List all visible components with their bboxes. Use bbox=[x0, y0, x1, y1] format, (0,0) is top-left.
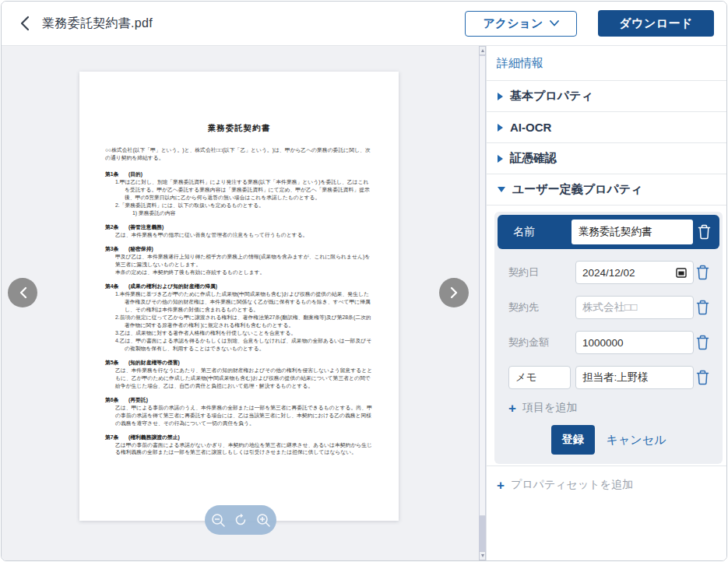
doc-paragraph: 3.乙は、成果物に対する著作者人格権の権利を行使しないことを合意する。 bbox=[115, 329, 373, 337]
delete-icon[interactable] bbox=[694, 333, 711, 352]
chevron-down-icon bbox=[498, 187, 505, 192]
doc-paragraph: 1) 業務委託の内容 bbox=[132, 209, 373, 217]
register-button[interactable]: 登録 bbox=[551, 425, 595, 455]
cancel-link[interactable]: キャンセル bbox=[607, 433, 666, 448]
delete-icon[interactable] bbox=[695, 223, 712, 241]
chevron-down-icon bbox=[550, 20, 559, 26]
delete-icon[interactable] bbox=[694, 298, 711, 317]
delete-icon[interactable] bbox=[694, 263, 711, 282]
page-title: 業務委託契約書.pdf bbox=[42, 16, 153, 32]
doc-article: 第5条(知的財産権等の侵害) 乙は、本件業務を行なうにあたり、第三者の知的財産権… bbox=[105, 359, 373, 390]
chevron-right-icon bbox=[498, 155, 503, 163]
contract-date-label: 契約日 bbox=[508, 265, 575, 279]
doc-paragraph: 甲及び乙は、本件業務遂行上知り得た相手方の業務上の情報(成果物を含みますが、これ… bbox=[115, 253, 373, 269]
property-row-name: 名前 bbox=[498, 215, 719, 249]
document-body: ○○株式会社(以下「甲」という。)と、株式会社□□(以下「乙」という。)は、甲か… bbox=[105, 146, 373, 456]
doc-intro: ○○株式会社(以下「甲」という。)と、株式会社□□(以下「乙」という。)は、甲か… bbox=[105, 146, 373, 162]
doc-paragraph: 乙は甲の事前の書面による承諾がないかぎり、本契約の地位を第三者に継承させ、あるい… bbox=[115, 441, 373, 457]
property-row-contract-date: 契約日 2024/12/02 bbox=[498, 261, 719, 284]
app-window: 業務委託契約書.pdf アクション ダウンロード 業務委託契約書 ○○株式会社(… bbox=[1, 1, 727, 561]
chevron-left-icon bbox=[19, 286, 27, 299]
zoom-out-icon[interactable] bbox=[209, 511, 227, 529]
section-ai-ocr[interactable]: AI-OCR bbox=[487, 112, 726, 143]
main-area: 業務委託契約書 ○○株式会社(以下「甲」という。)と、株式会社□□(以下「乙」と… bbox=[2, 46, 726, 560]
plus-icon: + bbox=[497, 479, 505, 492]
back-icon[interactable] bbox=[16, 15, 33, 32]
property-row-contract-amount: 契約金額 bbox=[498, 331, 719, 354]
name-label: 名前 bbox=[513, 225, 571, 239]
property-row-contractor: 契約先 bbox=[498, 296, 719, 319]
doc-paragraph: 1.甲は乙に対し、別途「業務委託資料」により発注する業務(以下「本件業務」という… bbox=[115, 178, 373, 202]
add-item-link[interactable]: + 項目を追加 bbox=[508, 401, 719, 415]
user-properties-form: 名前 契約日 2024/12/02 bbox=[494, 212, 723, 464]
form-actions: 登録 キャンセル bbox=[498, 425, 719, 455]
calendar-icon[interactable] bbox=[676, 267, 687, 278]
download-button[interactable]: ダウンロード bbox=[598, 10, 714, 37]
section-user-defined-properties[interactable]: ユーザー定義プロパティ bbox=[487, 174, 726, 205]
pdf-page: 業務委託契約書 ○○株式会社(以下「甲」という。)と、株式会社□□(以下「乙」と… bbox=[79, 72, 399, 521]
doc-article: 第7条(権利義務譲渡の禁止) 乙は甲の事前の書面による承諾がないかぎり、本契約の… bbox=[105, 434, 373, 457]
section-evidence-check[interactable]: 証憑確認 bbox=[487, 143, 726, 174]
chevron-right-icon bbox=[498, 124, 503, 132]
property-row-memo bbox=[498, 366, 719, 389]
contractor-input[interactable] bbox=[575, 296, 694, 319]
doc-paragraph: 2.前項の規定に従って乙から甲に譲渡される権利は、著作権法第27条(翻訳権、翻案… bbox=[115, 314, 373, 329]
vertical-scrollbar[interactable] bbox=[479, 46, 486, 560]
rotate-icon[interactable] bbox=[232, 511, 249, 529]
contract-amount-label: 契約金額 bbox=[508, 335, 575, 349]
details-link[interactable]: 詳細情報 bbox=[487, 46, 726, 81]
contract-amount-input[interactable] bbox=[575, 331, 694, 354]
scrollbar-thumb[interactable] bbox=[479, 55, 486, 516]
add-property-set-link[interactable]: + プロパティセットを追加 bbox=[497, 478, 726, 492]
contract-date-input[interactable]: 2024/12/02 bbox=[575, 261, 694, 284]
chevron-right-icon bbox=[498, 93, 503, 100]
pdf-viewer: 業務委託契約書 ○○株式会社(以下「甲」という。)と、株式会社□□(以下「乙」と… bbox=[2, 46, 479, 560]
chevron-right-icon bbox=[450, 286, 459, 299]
doc-paragraph: 乙は、本件業務を甲の指示に従い善良な管理者の注意をもって行うものとする。 bbox=[115, 231, 373, 239]
previous-page-button[interactable] bbox=[8, 278, 37, 307]
doc-paragraph: 乙は、甲による事前の承諾のうえ、本件業務の全部または一部を第三者に再委託できるも… bbox=[115, 404, 373, 427]
doc-paragraph: 乙は、本件業務を行なうにあたり、第三者の知的財産権およびその他の権利を侵害しない… bbox=[115, 367, 373, 390]
zoom-toolbar bbox=[205, 505, 276, 535]
doc-article: 第3条(秘密保持) 甲及び乙は、本件業務遂行上知り得た相手方の業務上の情報(成果… bbox=[105, 245, 373, 276]
scroll-up-button[interactable] bbox=[479, 46, 486, 55]
doc-paragraph: 本条の定めは、本契約終了後も有効に存続するものとします。 bbox=[115, 269, 373, 276]
doc-paragraph: 1.本件業務に基づき乙が甲のために作成した成果物(中間成果物も含む)および役務の… bbox=[115, 290, 373, 314]
action-button-label: アクション bbox=[483, 16, 543, 31]
doc-article: 第6条(再委託) 乙は、甲による事前の承諾のうえ、本件業務の全部または一部を第三… bbox=[105, 396, 373, 427]
memo-value-input[interactable] bbox=[575, 366, 694, 389]
name-input[interactable] bbox=[571, 220, 693, 244]
document-title: 業務委託契約書 bbox=[105, 123, 373, 134]
memo-key-input[interactable] bbox=[508, 366, 571, 389]
action-button[interactable]: アクション bbox=[465, 11, 577, 37]
header: 業務委託契約書.pdf アクション ダウンロード bbox=[2, 2, 726, 46]
next-page-button[interactable] bbox=[439, 278, 469, 307]
zoom-in-icon[interactable] bbox=[255, 511, 272, 529]
contractor-label: 契約先 bbox=[508, 300, 575, 314]
doc-paragraph: 4.乙は、甲の書面による承認を得るかもしくは別途、合意をしなければ、成果物の全部… bbox=[115, 337, 373, 353]
doc-paragraph: 2.「業務委託資料」には、以下の取扱いを定めるものとする。 bbox=[115, 202, 373, 209]
scroll-down-button[interactable] bbox=[479, 551, 486, 560]
plus-icon: + bbox=[508, 402, 516, 415]
delete-icon[interactable] bbox=[694, 368, 711, 387]
doc-article: 第2条(善管注意義務) 乙は、本件業務を甲の指示に従い善良な管理者の注意をもって… bbox=[105, 223, 373, 239]
section-basic-properties[interactable]: 基本プロパティ bbox=[487, 81, 726, 112]
properties-panel: 詳細情報 基本プロパティ AI-OCR 証憑確認 ユーザー定義プロパティ 名前 bbox=[486, 46, 726, 560]
divider bbox=[487, 465, 726, 466]
doc-article: 第1条(目的) 1.甲は乙に対し、別途「業務委託資料」により発注する業務(以下「… bbox=[105, 170, 373, 217]
doc-article: 第4条(成果の権利および知的財産権の帰属) 1.本件業務に基づき乙が甲のために作… bbox=[105, 283, 373, 353]
